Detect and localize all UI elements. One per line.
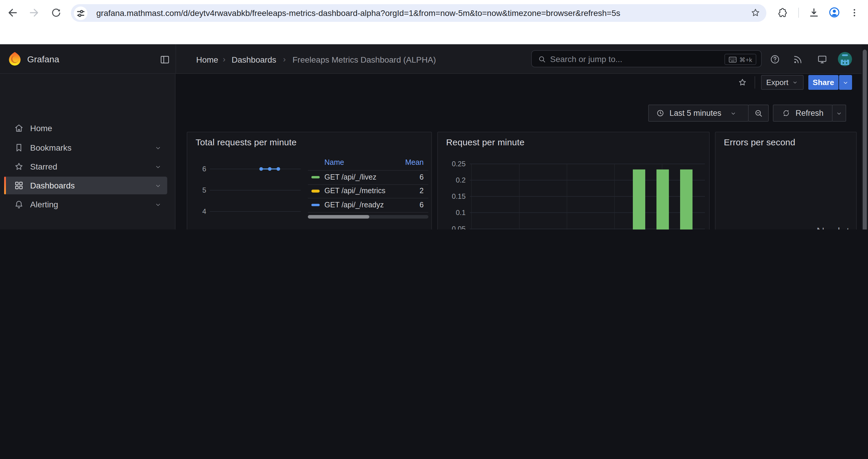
clock-icon bbox=[656, 109, 665, 118]
table-separator bbox=[308, 170, 428, 171]
axis-tick-label: 0.15 bbox=[452, 192, 466, 200]
legend-scrollbar-thumb[interactable] bbox=[308, 215, 369, 219]
bookmark-star-icon[interactable] bbox=[749, 7, 761, 19]
panel-total-requests: Total requests per minute 6543217:40 Nam… bbox=[187, 132, 432, 230]
time-range-label: Last 5 minutes bbox=[670, 109, 721, 118]
sidebar-item-home[interactable]: Home bbox=[4, 119, 167, 137]
no-data-message: No data bbox=[807, 226, 857, 230]
series-value: 2 bbox=[420, 187, 424, 195]
column-header-name[interactable]: Name bbox=[324, 158, 344, 167]
help-icon[interactable] bbox=[769, 53, 780, 65]
star-icon bbox=[13, 161, 24, 172]
home-icon bbox=[13, 123, 24, 133]
export-button[interactable]: Export bbox=[761, 75, 804, 90]
panel-request-per-minute: Request per minute 17:37:0017:38:0017:39… bbox=[437, 132, 710, 230]
search-shortcut-badge: ⌘+k bbox=[724, 54, 756, 65]
breadcrumb-home[interactable]: Home bbox=[196, 55, 218, 64]
table-separator bbox=[308, 198, 428, 198]
sidebar-item-alerting[interactable]: Alerting bbox=[4, 196, 167, 213]
refresh-label: Refresh bbox=[796, 109, 824, 118]
sidebar-item-starred[interactable]: Starred bbox=[4, 158, 167, 175]
address-bar[interactable]: grafana.mathmast.com/d/deytv4rwavabkb/fr… bbox=[71, 4, 766, 22]
breadcrumb-current: Freeleaps Metrics Dashboard (ALPHA) bbox=[292, 55, 436, 64]
panel-errors-per-second: Errors per second No data bbox=[715, 132, 857, 230]
refresh-icon bbox=[782, 109, 791, 118]
chevron-down-icon[interactable] bbox=[154, 144, 162, 152]
axis-tick-label: 3 bbox=[203, 229, 206, 230]
axis-tick-label: 0.1 bbox=[456, 208, 466, 217]
share-button[interactable]: Share bbox=[808, 75, 838, 90]
chevron-down-icon bbox=[836, 109, 843, 117]
rss-icon[interactable] bbox=[792, 53, 804, 65]
grafana-topnav: Grafana Home › Dashboards › Freeleaps Me… bbox=[0, 44, 868, 74]
search-input[interactable]: Search or jump to... ⌘+k bbox=[531, 50, 762, 67]
grafana-logo[interactable] bbox=[8, 52, 22, 67]
user-avatar[interactable] bbox=[838, 52, 852, 66]
chevron-down-icon[interactable] bbox=[154, 201, 162, 208]
zoom-out-icon bbox=[754, 108, 763, 118]
brand-label[interactable]: Grafana bbox=[27, 54, 59, 64]
dashboard-main: Export Share Last 5 minutes Refresh bbox=[176, 74, 862, 230]
table-separator bbox=[308, 212, 428, 212]
series-color-pill bbox=[311, 203, 320, 206]
export-label: Export bbox=[766, 78, 788, 87]
sidebar-item-label: Dashboards bbox=[30, 181, 75, 190]
favorite-star-icon[interactable] bbox=[736, 76, 748, 88]
sidebar-item-label: Alerting bbox=[30, 200, 58, 209]
time-range-picker[interactable]: Last 5 minutes bbox=[648, 104, 749, 122]
axis-tick-label: 0.2 bbox=[456, 176, 466, 184]
refresh-button[interactable]: Refresh bbox=[773, 104, 833, 122]
extensions-icon[interactable] bbox=[775, 6, 788, 19]
topnav-divider bbox=[176, 44, 176, 74]
series-name[interactable]: GET /api/_/livez bbox=[324, 173, 376, 181]
search-placeholder: Search or jump to... bbox=[550, 54, 622, 64]
chevron-down-icon[interactable] bbox=[154, 182, 162, 189]
browser-menu-icon[interactable] bbox=[849, 6, 860, 19]
share-label: Share bbox=[813, 78, 834, 87]
series-value: 6 bbox=[420, 201, 424, 209]
monitor-icon[interactable] bbox=[816, 53, 828, 65]
legend-header-row: NameMean bbox=[308, 158, 428, 168]
search-icon bbox=[537, 54, 547, 64]
shortcut-label: ⌘+k bbox=[739, 56, 752, 63]
share-menu-button[interactable] bbox=[839, 75, 852, 90]
active-item-accent bbox=[4, 177, 6, 194]
bookmarks-bar: Freeleaps 收藏博客 bbox=[0, 25, 868, 44]
chevron-down-icon bbox=[792, 79, 799, 86]
screen: grafana.mathmast.com/d/deytv4rwavabkb/fr… bbox=[0, 0, 868, 230]
chevron-down-icon bbox=[842, 79, 849, 86]
downloads-icon[interactable] bbox=[807, 6, 820, 19]
toolbar-divider bbox=[798, 8, 799, 18]
sidebar-item-bookmarks[interactable]: Bookmarks bbox=[4, 139, 167, 157]
sidebar-item-label: Starred bbox=[30, 162, 57, 171]
browser-back-icon[interactable] bbox=[5, 5, 20, 20]
request-per-minute-chart: 17:37:0017:38:0017:39:0017:40:0017:41:00… bbox=[438, 132, 709, 230]
bookmark-icon bbox=[13, 142, 24, 153]
column-header-value[interactable]: Mean bbox=[405, 158, 424, 167]
series-name[interactable]: GET /api/_/readyz bbox=[324, 201, 384, 209]
browser-toolbar: grafana.mathmast.com/d/deytv4rwavabkb/fr… bbox=[0, 0, 868, 25]
panel-title[interactable]: Errors per second bbox=[724, 137, 795, 147]
chevron-down-icon[interactable] bbox=[154, 163, 162, 170]
scrollbar-thumb[interactable] bbox=[863, 50, 867, 230]
legend-row[interactable]: GET /api/_/metrics2 bbox=[308, 186, 428, 196]
browser-profile-icon[interactable] bbox=[828, 6, 841, 19]
legend-row[interactable]: GET /api/_/readyz6 bbox=[308, 199, 428, 210]
browser-forward-icon[interactable] bbox=[27, 5, 41, 20]
sidebar-item-dashboards[interactable]: Dashboards bbox=[4, 177, 167, 194]
breadcrumb-dashboards[interactable]: Dashboards bbox=[231, 55, 276, 64]
axis-tick-label: 6 bbox=[203, 165, 206, 173]
site-settings-chip[interactable] bbox=[74, 6, 88, 20]
series-value: 6 bbox=[420, 173, 424, 181]
refresh-interval-button[interactable] bbox=[832, 104, 846, 122]
breadcrumb-separator: › bbox=[283, 54, 286, 64]
sidebar-toggle-icon[interactable] bbox=[159, 54, 170, 65]
series-name[interactable]: GET /api/_/metrics bbox=[324, 187, 385, 195]
page-scrollbar[interactable] bbox=[862, 44, 868, 230]
url-text[interactable]: grafana.mathmast.com/d/deytv4rwavabkb/fr… bbox=[96, 8, 740, 18]
browser-reload-icon[interactable] bbox=[49, 6, 63, 20]
zoom-out-button[interactable] bbox=[748, 104, 769, 122]
sidebar-item-label: Home bbox=[30, 124, 52, 133]
legend-row[interactable]: GET /api/_/livez6 bbox=[308, 172, 428, 182]
breadcrumb-separator: › bbox=[223, 54, 225, 64]
